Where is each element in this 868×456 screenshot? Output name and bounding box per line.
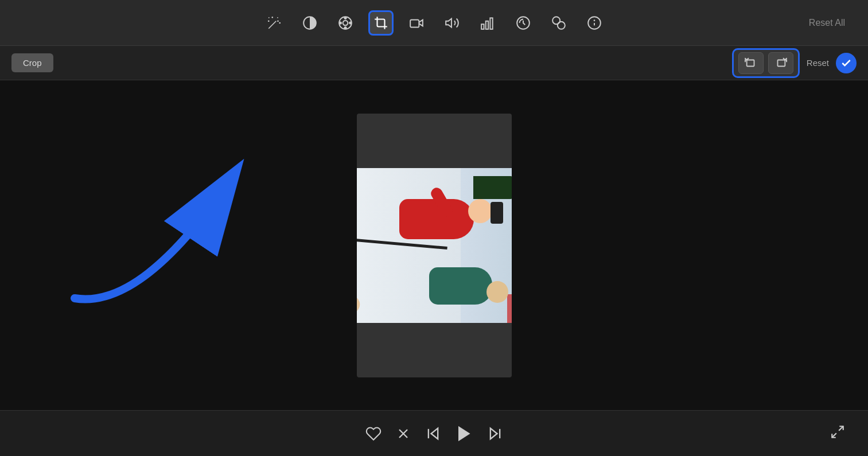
effects-icon[interactable] xyxy=(546,10,571,36)
svg-point-5 xyxy=(344,17,346,18)
reset-all-button[interactable]: Reset All xyxy=(809,18,845,28)
secondary-toolbar: Crop Reset xyxy=(0,46,868,80)
svg-rect-9 xyxy=(410,20,419,27)
video-preview xyxy=(357,114,512,377)
svg-marker-28 xyxy=(490,428,497,439)
chart-icon[interactable] xyxy=(475,10,500,36)
svg-marker-27 xyxy=(458,427,469,441)
like-button[interactable] xyxy=(365,426,382,442)
reject-button[interactable] xyxy=(395,426,411,442)
audio-icon[interactable] xyxy=(439,10,465,36)
video-camera-icon[interactable] xyxy=(404,10,429,36)
magic-wand-icon[interactable] xyxy=(262,10,287,36)
svg-rect-13 xyxy=(490,18,492,29)
reset-button[interactable]: Reset xyxy=(807,58,829,68)
svg-point-6 xyxy=(344,27,346,29)
main-content xyxy=(0,80,868,410)
top-toolbar: Reset All xyxy=(0,0,868,46)
svg-point-7 xyxy=(339,22,341,24)
playback-bar xyxy=(0,410,868,456)
next-button[interactable] xyxy=(487,426,503,442)
rotate-left-button[interactable] xyxy=(738,52,764,74)
svg-marker-10 xyxy=(446,18,451,27)
previous-button[interactable] xyxy=(425,426,441,442)
svg-point-8 xyxy=(349,22,351,24)
svg-line-0 xyxy=(268,21,276,28)
play-button[interactable] xyxy=(455,424,473,443)
svg-marker-25 xyxy=(431,428,438,439)
speedometer-icon[interactable] xyxy=(511,10,536,36)
secondary-toolbar-right: Reset xyxy=(732,48,857,78)
confirm-button[interactable] xyxy=(836,53,857,73)
toolbar-icons xyxy=(262,10,607,36)
crop-label-button[interactable]: Crop xyxy=(11,53,53,72)
rotate-right-button[interactable] xyxy=(768,52,793,74)
svg-rect-20 xyxy=(746,60,754,66)
svg-point-16 xyxy=(557,21,565,29)
svg-line-31 xyxy=(832,433,836,438)
info-icon[interactable] xyxy=(582,10,607,36)
svg-point-4 xyxy=(342,20,348,25)
rotate-buttons-group xyxy=(732,48,800,78)
ski-photo xyxy=(357,168,512,323)
svg-rect-11 xyxy=(481,24,484,29)
expand-button[interactable] xyxy=(830,424,845,442)
svg-rect-12 xyxy=(485,21,488,29)
film-icon[interactable] xyxy=(333,10,358,36)
blue-arrow-annotation xyxy=(29,126,316,327)
crop-icon[interactable] xyxy=(368,10,394,36)
color-adjust-icon[interactable] xyxy=(297,10,322,36)
svg-line-30 xyxy=(839,426,843,431)
svg-rect-21 xyxy=(777,60,785,66)
